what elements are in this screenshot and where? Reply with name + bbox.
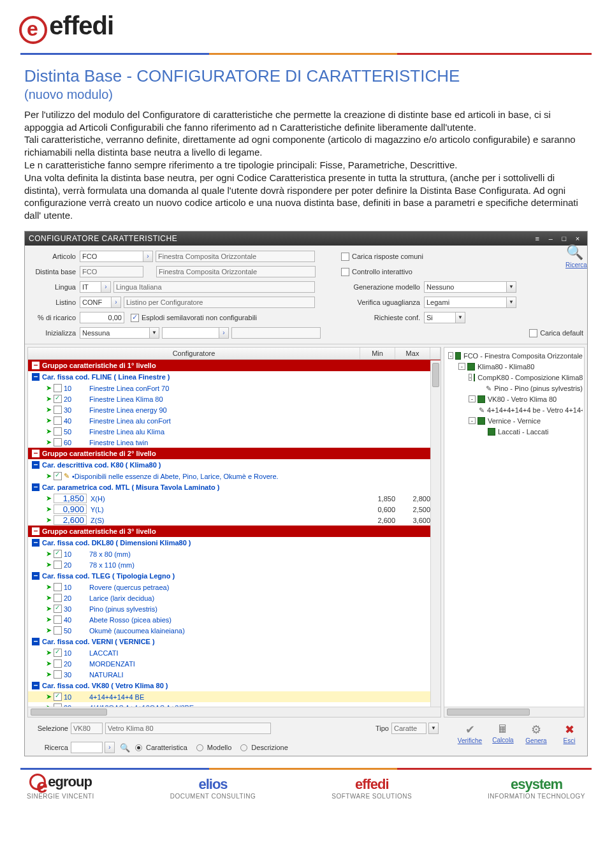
option-checkbox[interactable] xyxy=(54,626,62,635)
collapse-icon[interactable]: – xyxy=(32,483,40,491)
collapse-icon[interactable]: – xyxy=(32,362,40,369)
inizializza-select[interactable] xyxy=(80,327,150,339)
collapse-icon[interactable]: – xyxy=(32,461,40,469)
option-checkbox[interactable] xyxy=(54,438,62,446)
note-checkbox[interactable] xyxy=(54,472,62,480)
option-row[interactable]: ➤10Rovere (quercus petraea) xyxy=(28,582,441,592)
minimize-icon[interactable]: – xyxy=(545,235,557,242)
option-checkbox[interactable] xyxy=(54,659,62,668)
col-max[interactable]: Max xyxy=(395,348,430,359)
param-value-input[interactable] xyxy=(54,494,87,503)
group-header-row[interactable]: –Gruppo caratteristiche di 3° livello xyxy=(28,526,441,537)
radio-modello[interactable] xyxy=(196,744,203,751)
menu-icon[interactable]: ≡ xyxy=(532,235,543,242)
col-min[interactable]: Min xyxy=(360,348,395,359)
collapse-icon[interactable]: – xyxy=(32,527,40,535)
option-checkbox[interactable] xyxy=(54,583,62,591)
calcola-button[interactable]: 🖩 Calcola xyxy=(490,723,516,753)
radio-caratteristica[interactable] xyxy=(135,744,142,751)
collapse-icon[interactable]: – xyxy=(32,572,40,580)
listino-input[interactable] xyxy=(80,297,112,308)
option-row[interactable]: ➤60Finestre Linea twin xyxy=(28,437,441,448)
ricerca-lookup-icon[interactable]: › xyxy=(105,742,115,753)
caratteristica-header-row[interactable]: –Car. fissa cod. VERNI ( VERNICE ) xyxy=(28,636,441,647)
esci-button[interactable]: ✖ Esci xyxy=(557,723,582,753)
option-checkbox[interactable] xyxy=(54,384,62,392)
tree-expand-icon[interactable]: - xyxy=(458,363,465,370)
richieste-conf-select[interactable] xyxy=(424,312,456,323)
option-checkbox[interactable] xyxy=(54,594,62,602)
tree-node[interactable]: -FCO - Finestra Composita Orizzontale xyxy=(446,350,583,361)
search-small-icon[interactable]: 🔍 xyxy=(117,743,133,753)
collapse-icon[interactable]: – xyxy=(32,638,40,645)
option-checkbox[interactable] xyxy=(54,605,62,613)
articolo-lookup-icon[interactable]: › xyxy=(143,251,153,262)
carica-default-checkbox[interactable] xyxy=(529,329,537,337)
verifica-ug-dropdown-icon[interactable]: ▼ xyxy=(506,297,516,308)
option-checkbox[interactable] xyxy=(54,550,62,558)
param-row[interactable]: ➤Y(L)0,6002,500 xyxy=(28,504,441,515)
option-row[interactable]: ➤50Finestre Linea alu Klima xyxy=(28,426,441,437)
inizializza-dropdown-icon[interactable]: ▼ xyxy=(149,327,159,339)
group-header-row[interactable]: –Gruppo caratteristiche di 2° livello xyxy=(28,448,441,459)
option-row[interactable]: ➤2078 x 110 (mm) xyxy=(28,559,441,570)
inizializza-code-input[interactable] xyxy=(162,327,219,339)
inizializza-lookup-icon[interactable]: › xyxy=(219,327,229,339)
grid-scrollbar-h[interactable] xyxy=(28,707,441,717)
option-row[interactable]: ➤10LACCATI xyxy=(28,647,441,658)
lingua-lookup-icon[interactable]: › xyxy=(101,281,111,293)
genera-button[interactable]: ⚙ Genera xyxy=(523,723,549,753)
option-row[interactable]: ➤40Abete Rosso (picea abies) xyxy=(28,614,441,625)
option-row[interactable]: ➤104+14+4+14+4 BE xyxy=(28,691,441,702)
caratteristica-header-row[interactable]: –Car. fissa cod. VK80 ( Vetro Klima 80 ) xyxy=(28,680,441,691)
esplodi-checkbox[interactable] xyxy=(131,314,139,322)
option-checkbox[interactable] xyxy=(54,416,62,425)
option-row[interactable]: ➤40Finestre Linea alu conFort xyxy=(28,415,441,426)
option-checkbox[interactable] xyxy=(54,670,62,679)
option-checkbox[interactable] xyxy=(54,395,62,403)
option-row[interactable]: ➤20Finestre Linea Klima 80 xyxy=(28,394,441,404)
option-checkbox[interactable] xyxy=(54,406,62,414)
tree-expand-icon[interactable]: - xyxy=(448,352,453,359)
option-row[interactable]: ➤30NATURALI xyxy=(28,669,441,680)
option-checkbox[interactable] xyxy=(54,427,62,436)
option-row[interactable]: ➤50Okumè (aucoumea klaineiana) xyxy=(28,625,441,636)
articolo-input[interactable] xyxy=(80,251,143,262)
verifiche-button[interactable]: ✔ Verifiche xyxy=(457,723,483,753)
gen-modello-dropdown-icon[interactable]: ▼ xyxy=(506,281,516,293)
ricerca-input[interactable] xyxy=(71,742,103,753)
option-checkbox[interactable] xyxy=(54,649,62,657)
tree-node[interactable]: 4+14+4+14+4 be - Vetro 4+14+4+1 xyxy=(446,404,583,415)
option-row[interactable]: ➤20MORDENZATI xyxy=(28,658,441,669)
tipo-select[interactable] xyxy=(391,723,426,734)
option-checkbox[interactable] xyxy=(54,693,62,701)
tipo-dropdown-icon[interactable]: ▼ xyxy=(428,723,439,734)
collapse-icon[interactable]: – xyxy=(32,373,40,381)
collapse-icon[interactable]: – xyxy=(32,450,40,457)
tree-node[interactable]: -CompK80 - Composizione Klima80 xyxy=(446,372,583,383)
collapse-icon[interactable]: – xyxy=(32,539,40,547)
gen-modello-select[interactable] xyxy=(424,281,507,293)
param-row[interactable]: ➤X(H)1,8502,800 xyxy=(28,493,441,504)
maximize-icon[interactable]: □ xyxy=(558,235,570,242)
tree-node[interactable]: -VK80 - Vetro Klima 80 xyxy=(446,394,583,404)
caratteristica-header-row[interactable]: –Car. fissa cod. DKL80 ( Dimensioni Klim… xyxy=(28,537,441,548)
option-checkbox[interactable] xyxy=(54,615,62,624)
tree-node[interactable]: -Vernice - Vernice xyxy=(446,415,583,426)
radio-descrizione[interactable] xyxy=(240,744,247,751)
ricerca-button[interactable]: 🔍 Ricerca xyxy=(565,244,583,268)
param-value-input[interactable] xyxy=(54,515,87,525)
pct-ricarico-input[interactable] xyxy=(80,312,124,323)
option-row[interactable]: ➤20Larice (larix decidua) xyxy=(28,592,441,603)
col-configuratore[interactable]: Configuratore xyxy=(28,348,360,359)
option-row[interactable]: ➤10Finestre Linea conFort 70 xyxy=(28,383,441,394)
option-checkbox[interactable] xyxy=(54,561,62,569)
lingua-input[interactable] xyxy=(80,281,101,293)
param-row[interactable]: ➤Z(S)2,6003,600 xyxy=(28,515,441,526)
tree-expand-icon[interactable]: - xyxy=(469,395,476,402)
option-row[interactable]: ➤1078 x 80 (mm) xyxy=(28,548,441,559)
caratteristica-header-row[interactable]: –Car. descrittiva cod. K80 ( Klima80 ) xyxy=(28,459,441,471)
param-value-input[interactable] xyxy=(54,504,87,514)
tree-expand-icon[interactable]: - xyxy=(469,374,472,381)
option-row[interactable]: ➤30Pino (pinus sylvestris) xyxy=(28,603,441,614)
